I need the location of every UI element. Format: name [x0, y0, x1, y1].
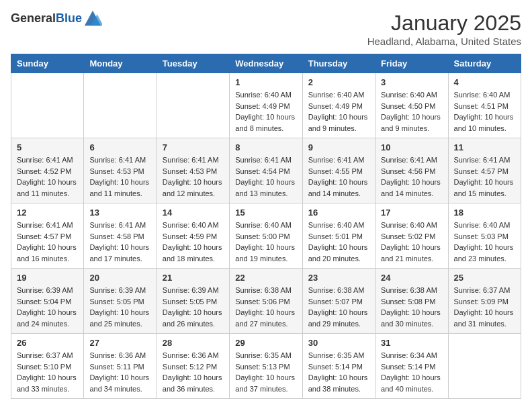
day-info: Sunrise: 6:41 AMSunset: 4:52 PMDaylight:…	[17, 154, 78, 199]
sunset-text: Sunset: 5:14 PM	[381, 363, 435, 371]
sunrise-text: Sunrise: 6:41 AM	[89, 221, 146, 229]
day-number: 6	[89, 142, 150, 152]
day-number: 7	[163, 142, 224, 152]
daylight-text: Daylight: 10 hours and 21 minutes.	[381, 243, 441, 263]
calendar-cell: 16Sunrise: 6:40 AMSunset: 5:01 PMDayligh…	[302, 203, 375, 269]
day-info: Sunrise: 6:40 AMSunset: 5:03 PMDaylight:…	[454, 220, 515, 264]
day-info: Sunrise: 6:41 AMSunset: 4:53 PMDaylight:…	[163, 154, 224, 199]
sunset-text: Sunset: 5:05 PM	[163, 298, 217, 306]
daylight-text: Daylight: 10 hours and 13 minutes.	[235, 178, 295, 197]
calendar-week-4: 26Sunrise: 6:37 AMSunset: 5:10 PMDayligh…	[11, 334, 521, 399]
day-number: 21	[163, 273, 224, 283]
day-info: Sunrise: 6:41 AMSunset: 4:57 PMDaylight:…	[17, 220, 78, 264]
sunset-text: Sunset: 5:11 PM	[89, 363, 144, 371]
day-info: Sunrise: 6:41 AMSunset: 4:58 PMDaylight:…	[89, 220, 150, 264]
calendar-cell: 17Sunrise: 6:40 AMSunset: 5:02 PMDayligh…	[375, 203, 448, 269]
sunset-text: Sunset: 5:10 PM	[17, 363, 71, 371]
calendar-cell: 30Sunrise: 6:35 AMSunset: 5:14 PMDayligh…	[302, 334, 375, 399]
day-info: Sunrise: 6:38 AMSunset: 5:07 PMDaylight:…	[308, 285, 369, 329]
sunrise-text: Sunrise: 6:38 AM	[308, 286, 365, 294]
calendar-week-0: 1Sunrise: 6:40 AMSunset: 4:49 PMDaylight…	[11, 73, 521, 138]
daylight-text: Daylight: 10 hours and 31 minutes.	[454, 308, 514, 328]
day-info: Sunrise: 6:40 AMSunset: 5:02 PMDaylight:…	[381, 220, 442, 264]
calendar-cell	[448, 334, 521, 399]
sunrise-text: Sunrise: 6:37 AM	[454, 286, 511, 294]
daylight-text: Daylight: 10 hours and 11 minutes.	[17, 178, 77, 197]
day-info: Sunrise: 6:35 AMSunset: 5:14 PMDaylight:…	[308, 350, 369, 394]
calendar-cell: 26Sunrise: 6:37 AMSunset: 5:10 PMDayligh…	[11, 334, 84, 399]
sunset-text: Sunset: 5:07 PM	[308, 298, 363, 306]
calendar-cell	[11, 73, 84, 138]
day-number: 20	[89, 273, 150, 283]
logo: GeneralBlue	[11, 11, 102, 27]
day-number: 29	[235, 338, 296, 348]
sunset-text: Sunset: 4:58 PM	[89, 232, 144, 240]
calendar-cell: 2Sunrise: 6:40 AMSunset: 4:49 PMDaylight…	[302, 73, 375, 138]
calendar-cell: 12Sunrise: 6:41 AMSunset: 4:57 PMDayligh…	[11, 203, 84, 269]
logo-icon	[83, 8, 102, 27]
sunrise-text: Sunrise: 6:39 AM	[89, 286, 146, 294]
calendar-header: SundayMondayTuesdayWednesdayThursdayFrid…	[11, 54, 521, 73]
sunrise-text: Sunrise: 6:41 AM	[17, 156, 73, 164]
calendar-title: January 2025	[367, 11, 521, 36]
day-info: Sunrise: 6:35 AMSunset: 5:13 PMDaylight:…	[235, 350, 296, 394]
calendar-cell	[84, 73, 157, 138]
sunset-text: Sunset: 5:09 PM	[454, 298, 508, 306]
daylight-text: Daylight: 10 hours and 10 minutes.	[454, 113, 514, 132]
calendar-cell: 31Sunrise: 6:34 AMSunset: 5:14 PMDayligh…	[375, 334, 448, 399]
sunrise-text: Sunrise: 6:36 AM	[163, 351, 219, 359]
day-info: Sunrise: 6:40 AMSunset: 4:49 PMDaylight:…	[308, 89, 369, 134]
day-info: Sunrise: 6:40 AMSunset: 4:51 PMDaylight:…	[454, 89, 515, 134]
day-number: 28	[163, 338, 224, 348]
sunrise-text: Sunrise: 6:41 AM	[163, 156, 219, 164]
day-info: Sunrise: 6:38 AMSunset: 5:06 PMDaylight:…	[235, 285, 296, 329]
daylight-text: Daylight: 10 hours and 14 minutes.	[308, 178, 368, 197]
daylight-text: Daylight: 10 hours and 30 minutes.	[381, 308, 441, 328]
daylight-text: Daylight: 10 hours and 19 minutes.	[235, 243, 295, 263]
sunrise-text: Sunrise: 6:40 AM	[454, 91, 511, 99]
calendar-cell: 6Sunrise: 6:41 AMSunset: 4:53 PMDaylight…	[84, 138, 157, 203]
sunrise-text: Sunrise: 6:36 AM	[89, 351, 146, 359]
calendar-week-1: 5Sunrise: 6:41 AMSunset: 4:52 PMDaylight…	[11, 138, 521, 203]
calendar-cell: 15Sunrise: 6:40 AMSunset: 5:00 PMDayligh…	[230, 203, 302, 269]
day-number: 27	[89, 338, 150, 348]
day-info: Sunrise: 6:41 AMSunset: 4:55 PMDaylight:…	[308, 154, 369, 199]
sunrise-text: Sunrise: 6:39 AM	[17, 286, 73, 294]
sunrise-text: Sunrise: 6:34 AM	[381, 351, 437, 359]
daylight-text: Daylight: 10 hours and 12 minutes.	[163, 178, 222, 197]
sunset-text: Sunset: 5:08 PM	[381, 298, 435, 306]
daylight-text: Daylight: 10 hours and 9 minutes.	[308, 113, 368, 132]
day-info: Sunrise: 6:39 AMSunset: 5:05 PMDaylight:…	[89, 285, 150, 329]
day-number: 26	[17, 338, 78, 348]
sunrise-text: Sunrise: 6:39 AM	[163, 286, 219, 294]
daylight-text: Daylight: 10 hours and 20 minutes.	[308, 243, 368, 263]
day-info: Sunrise: 6:37 AMSunset: 5:09 PMDaylight:…	[454, 285, 515, 329]
day-info: Sunrise: 6:40 AMSunset: 4:50 PMDaylight:…	[381, 89, 442, 134]
calendar-cell: 19Sunrise: 6:39 AMSunset: 5:04 PMDayligh…	[11, 269, 84, 334]
day-number: 19	[17, 273, 78, 283]
sunset-text: Sunset: 4:50 PM	[381, 102, 435, 110]
sunset-text: Sunset: 5:12 PM	[163, 363, 217, 371]
daylight-text: Daylight: 10 hours and 25 minutes.	[89, 308, 149, 328]
day-info: Sunrise: 6:40 AMSunset: 4:49 PMDaylight:…	[235, 89, 296, 134]
day-number: 12	[17, 208, 78, 218]
sunrise-text: Sunrise: 6:40 AM	[454, 221, 511, 229]
calendar-cell: 20Sunrise: 6:39 AMSunset: 5:05 PMDayligh…	[84, 269, 157, 334]
calendar-cell: 9Sunrise: 6:41 AMSunset: 4:55 PMDaylight…	[302, 138, 375, 203]
day-info: Sunrise: 6:34 AMSunset: 5:14 PMDaylight:…	[381, 350, 442, 394]
daylight-text: Daylight: 10 hours and 16 minutes.	[17, 243, 77, 263]
calendar-cell: 8Sunrise: 6:41 AMSunset: 4:54 PMDaylight…	[230, 138, 302, 203]
calendar-cell: 25Sunrise: 6:37 AMSunset: 5:09 PMDayligh…	[448, 269, 521, 334]
day-info: Sunrise: 6:40 AMSunset: 5:01 PMDaylight:…	[308, 220, 369, 264]
sunrise-text: Sunrise: 6:38 AM	[235, 286, 292, 294]
day-number: 9	[308, 142, 369, 152]
sunset-text: Sunset: 4:54 PM	[235, 167, 290, 175]
weekday-friday: Friday	[375, 54, 448, 73]
day-number: 1	[235, 77, 296, 87]
day-number: 8	[235, 142, 296, 152]
sunrise-text: Sunrise: 6:41 AM	[89, 156, 146, 164]
logo-text: GeneralBlue	[11, 12, 82, 26]
sunset-text: Sunset: 5:00 PM	[235, 232, 290, 240]
day-number: 24	[381, 273, 442, 283]
sunrise-text: Sunrise: 6:40 AM	[235, 221, 292, 229]
